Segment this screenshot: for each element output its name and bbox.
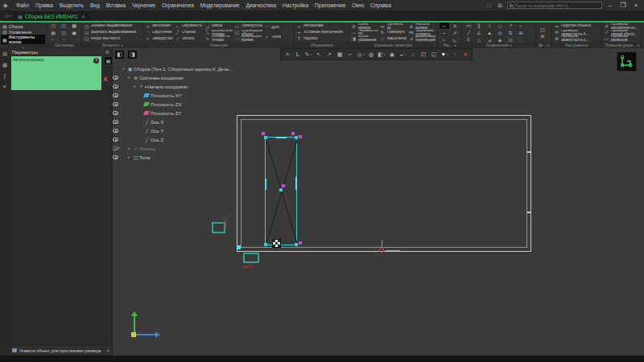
ribbon-item-button[interactable]: ▭Проверка размеров (604, 35, 640, 42)
ribbon-icon-button[interactable]: ◎ (495, 29, 505, 36)
ribbon-icon-button[interactable]: ◫ (59, 29, 68, 36)
help-icon[interactable]: ? (93, 58, 99, 64)
ribbon-item-button[interactable]: ◔Эллипс (175, 35, 203, 42)
ribbon-icon-button[interactable]: ⌐ (516, 23, 526, 29)
ribbon-icon-button[interactable]: ↶ (48, 36, 58, 43)
tree-toolbar-button[interactable]: ◨ (127, 50, 138, 60)
ribbon-section-label[interactable]: Обозначения⋮ (295, 43, 349, 48)
ribbon-icon-button[interactable]: ▦ (69, 23, 79, 29)
layout-close-icon[interactable]: ⊠ (496, 2, 504, 9)
ribbon-icon-button[interactable]: ⇗ (450, 29, 460, 36)
ribbon-icon-button[interactable]: ╱ (464, 29, 473, 36)
ribbon-item-button[interactable]: ◝Скругление (145, 30, 173, 36)
tree-row[interactable]: ▾⌖•Начало координат (113, 82, 266, 91)
menu-item[interactable]: Ограничения (162, 2, 194, 8)
ribbon-item-button[interactable]: ○Окружность (175, 23, 203, 30)
tree-row[interactable]: Плоскость XY (113, 91, 266, 100)
ribbon-item-button[interactable]: ≟Проверка наложения эл... (604, 23, 640, 30)
corner-handle[interactable] (264, 243, 267, 246)
tree-row[interactable]: ▾⊕Системы координат (113, 73, 266, 82)
ribbon-item-button[interactable]: ≈Эквидистанта (145, 35, 173, 42)
drag-handle-checker[interactable] (272, 239, 281, 248)
section-view-icon[interactable]: ◧▾ (377, 49, 386, 60)
ribbon-icon-button[interactable]: ▭ (464, 23, 473, 29)
ribbon-icon-button[interactable]: ▤ (48, 29, 58, 36)
menu-item[interactable]: Вставка (106, 2, 126, 8)
ribbon-item-button[interactable]: ↦Удлинить до ближайшего о... (380, 23, 407, 30)
ribbon-item-button[interactable]: ◲Вырезать выдавливанием (84, 30, 141, 36)
select-cursor-icon[interactable]: ↖ (314, 49, 324, 60)
ribbon-section-label[interactable]: Системная⋮ (47, 43, 81, 48)
tree-row[interactable]: Плоскость ZX (113, 100, 266, 109)
tree-toolbar-button[interactable]: ◧ (114, 50, 125, 60)
eye-icon[interactable] (113, 138, 121, 142)
grid-icon[interactable]: ▦ (335, 49, 345, 60)
ribbon-mode-button[interactable]: ▤Сборка (1, 23, 45, 29)
menu-item[interactable]: Файл (16, 2, 29, 8)
ribbon-section-label[interactable]: Раз...▾⋮ (438, 43, 461, 48)
menu-item[interactable]: Приложения (315, 2, 345, 8)
tree-row[interactable]: ╱Ось X (113, 117, 266, 126)
ribbon-mode-button[interactable]: ▦Инструменты эскиза (1, 35, 45, 44)
tree-row[interactable]: ╱Ось Y (113, 126, 266, 135)
strip-icon[interactable]: ▦ (2, 62, 7, 68)
ribbon-item-button[interactable]: ⊿Деформация перемещением (408, 35, 436, 42)
ribbon-mode-button[interactable]: ▥Управление (1, 29, 45, 35)
ribbon-icon-button[interactable]: ⌐ (440, 29, 449, 36)
ribbon-icon-button[interactable]: ⇅ (506, 29, 515, 36)
ribbon-section-label[interactable]: Элементы▾⋮ (82, 43, 142, 48)
menu-item[interactable]: Диагностика (246, 2, 276, 8)
tab-close-icon[interactable]: × (82, 14, 85, 19)
constraint-point[interactable] (299, 241, 302, 245)
ribbon-item-button[interactable]: ◱Ребро жесткости (84, 35, 141, 42)
strip-icon[interactable]: ▤ (2, 51, 7, 57)
ribbon-icon-button[interactable]: ◈ (495, 36, 505, 43)
auto-position-box[interactable]: Автопозиционир ? (11, 56, 101, 90)
eye-icon[interactable] (113, 84, 121, 88)
tree-caret-icon[interactable]: ▾ (121, 67, 126, 71)
center-constraint-point[interactable] (282, 184, 285, 187)
ribbon-item-button[interactable]: ∩Коническая кривая (234, 35, 262, 42)
ribbon-item-button[interactable]: ▱Масштабиров... (380, 35, 407, 42)
select-alt-cursor-icon[interactable]: ↗ (324, 49, 334, 60)
ribbon-icon-button[interactable]: ◺ (450, 36, 460, 43)
home-tab-button[interactable]: ⌂ ▾ (5, 13, 10, 19)
sketch-rectangle-selected[interactable] (265, 137, 297, 245)
dimension-box[interactable] (243, 253, 259, 263)
gear-icon[interactable]: ⚙ (105, 49, 109, 55)
ribbon-icon-button[interactable]: ↷ (59, 36, 68, 43)
menu-item[interactable]: Правка (35, 2, 53, 8)
ribbon-icon-button[interactable]: ⊞ (516, 29, 526, 36)
ribbon-item-button[interactable]: ⊘Усечь кривую (351, 23, 378, 30)
ribbon-icon-button[interactable]: ◇ (495, 23, 505, 29)
ribbon-item-button[interactable]: ▭Прямоугольник (234, 23, 262, 30)
tree-caret-icon[interactable]: ▸ (126, 146, 132, 150)
cancel-command-icon[interactable]: × (103, 76, 108, 84)
ribbon-icon-button[interactable]: ⊡ (506, 36, 515, 43)
prompt-close-icon[interactable]: × (106, 348, 109, 353)
constraint-point[interactable] (299, 135, 302, 138)
ribbon-item-button[interactable]: ◨Копия указанием (351, 35, 378, 42)
ribbon-item-button[interactable]: ⌖Автоосевая (296, 23, 347, 30)
ribbon-icon-button[interactable]: ∥ (474, 23, 484, 29)
draw-style-icon[interactable]: ✎▾ (303, 49, 313, 60)
render-mode-icon[interactable]: ◉ (387, 49, 397, 60)
ribbon-item-button[interactable]: ╱Отрезок (175, 30, 203, 36)
eye-icon[interactable] (113, 102, 121, 106)
camera-icon[interactable]: ◒▾ (398, 49, 407, 60)
ribbon-section-label[interactable]: Проверка докум...▾⋮ (602, 43, 642, 48)
cancel-icon[interactable]: × (460, 49, 470, 60)
ribbon-item-button[interactable]: ✓Проверка связей оболо... (604, 30, 640, 36)
menu-item[interactable]: Вид (90, 2, 100, 8)
midpoint-handle[interactable] (295, 177, 297, 190)
eye-icon[interactable] (113, 76, 121, 80)
ribbon-section-label[interactable]: Инструменты⋮ (552, 43, 601, 48)
ribbon-item-button[interactable]: ◱Спроецировать объект (234, 30, 262, 36)
ribbon-icon-button[interactable]: ⊿ (485, 36, 494, 43)
ribbon-section-label[interactable]: Геометрия⋮ (143, 43, 294, 48)
ribbon-item-button[interactable]: ╲Вспомогательн... прямая (204, 30, 233, 36)
midpoint-handle[interactable] (265, 179, 266, 190)
ribbon-item-button[interactable]: ⋈Зеркально отразить (408, 30, 436, 36)
ribbon-item-button[interactable]: ≃Подобие объекта (554, 23, 600, 30)
ribbon-item-button[interactable]: ⊛Проверка замкнутости о... (554, 35, 600, 42)
